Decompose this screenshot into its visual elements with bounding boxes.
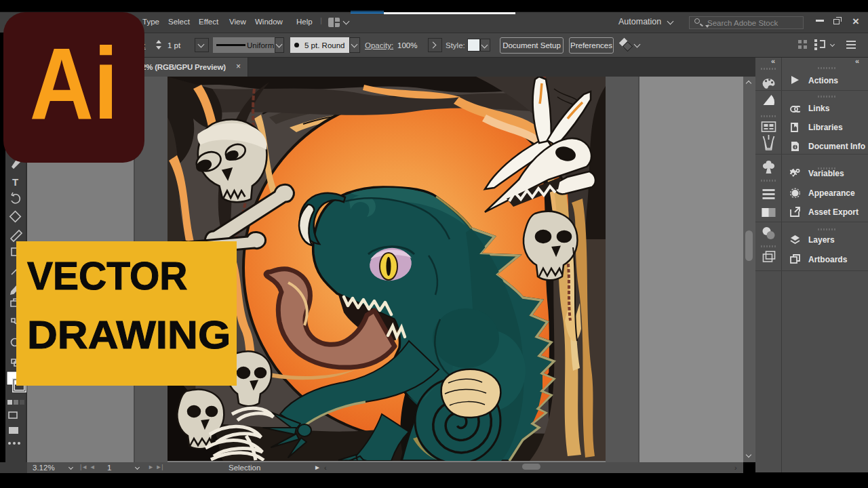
svg-text:T: T [12, 176, 18, 188]
